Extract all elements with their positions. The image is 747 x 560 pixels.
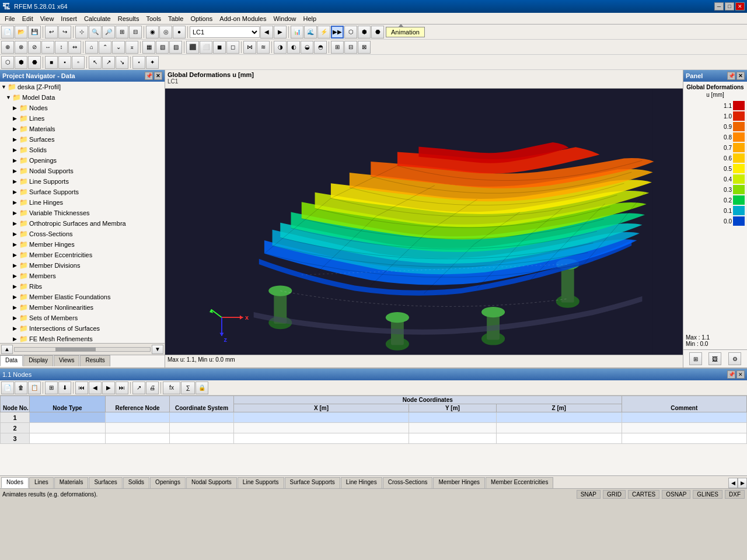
right-panel-pin[interactable]: 📌 (727, 72, 735, 80)
tab-line-supports[interactable]: Line Supports (238, 477, 284, 488)
tb-zoom-all[interactable]: ⊞ (116, 26, 128, 38)
status-grid[interactable]: GRID (603, 490, 626, 499)
tb3-5[interactable]: ▪ (58, 56, 71, 69)
tree-item-fe-mesh[interactable]: ▶ 📁 FE Mesh Refinements (0, 334, 165, 343)
bt-fx[interactable]: fx (163, 382, 180, 394)
tb2-23[interactable]: ◓ (314, 41, 327, 54)
expand-fe-mesh[interactable]: ▶ (13, 336, 19, 342)
bt-copy[interactable]: 📋 (28, 382, 41, 394)
tb-zoom-out[interactable]: 🔎 (102, 26, 115, 38)
left-panel-scroll-down[interactable]: ▼ (152, 345, 163, 354)
tb3-7[interactable]: ↖ (89, 56, 102, 69)
tb2-17[interactable]: ◻ (226, 41, 239, 54)
tb-undo[interactable]: ↩ (45, 26, 58, 38)
tree-item-member-eccentricities[interactable]: ▶ 📁 Member Eccentricities (0, 250, 165, 260)
rp-btn-settings[interactable]: ⚙ (728, 352, 741, 365)
tb2-2[interactable]: ⊗ (15, 41, 27, 54)
menu-file[interactable]: File (1, 15, 19, 23)
tb3-6[interactable]: ▫ (72, 56, 85, 69)
menu-view[interactable]: View (37, 15, 58, 23)
tb-zoom-window[interactable]: ⊟ (129, 26, 142, 38)
tab-views[interactable]: Views (54, 355, 80, 366)
tab-line-hinges[interactable]: Line Hinges (341, 477, 382, 488)
tb2-20[interactable]: ◑ (274, 41, 287, 54)
tb2-6[interactable]: ⇔ (68, 41, 81, 54)
expand-line-supports[interactable]: ▶ (13, 178, 19, 184)
y-3[interactable] (409, 433, 497, 444)
tree-item-surface-supports[interactable]: ▶ 📁 Surface Supports (0, 187, 165, 197)
tb2-16[interactable]: ◼ (213, 41, 226, 54)
tree-item-lines[interactable]: ▶ 📁 Lines (0, 113, 165, 124)
tb2-18[interactable]: ⋈ (243, 41, 256, 54)
rp-btn-grid[interactable]: ⊞ (689, 352, 702, 365)
rp-btn-image[interactable]: 🖼 (708, 352, 721, 365)
right-panel-close[interactable]: ✕ (736, 72, 745, 80)
tree-item-intersections[interactable]: ▶ 📁 Intersections of Surfaces (0, 323, 165, 334)
tree-item-ortho[interactable]: ▶ 📁 Orthotropic Surfaces and Membra (0, 218, 165, 229)
status-osnap[interactable]: OSNAP (662, 490, 690, 499)
menu-help[interactable]: Help (300, 15, 320, 23)
status-snap[interactable]: SNAP (577, 490, 601, 499)
bt-next[interactable]: ▶ (102, 382, 115, 394)
tree-item-materials[interactable]: ▶ 📁 Materials (0, 124, 165, 134)
tb3-3[interactable]: ⬣ (28, 56, 41, 69)
tb2-8[interactable]: ⌃ (99, 41, 111, 54)
bt-new-row[interactable]: 📄 (1, 382, 14, 394)
ref-node-2[interactable] (106, 423, 170, 433)
status-cartes[interactable]: CARTES (628, 490, 659, 499)
node-type-3[interactable] (30, 433, 106, 444)
expand-variable-thick[interactable]: ▶ (13, 210, 19, 216)
tb2-26[interactable]: ⊠ (358, 41, 371, 54)
comment-2[interactable] (622, 423, 747, 433)
tab-nav-right[interactable]: ▶ (738, 478, 747, 488)
tree-item-member-hinges[interactable]: ▶ 📁 Member Hinges (0, 239, 165, 250)
tree-item-sets-members[interactable]: ▶ 📁 Sets of Members (0, 313, 165, 323)
tree-item-member-elastic[interactable]: ▶ 📁 Member Elastic Foundations (0, 292, 165, 302)
expand-openings[interactable]: ▶ (13, 158, 19, 163)
tree-item-cross-sections[interactable]: ▶ 📁 Cross-Sections (0, 229, 165, 239)
tree-item-nodal-supports[interactable]: ▶ 📁 Nodal Supports (0, 166, 165, 176)
expand-nodal-supports[interactable]: ▶ (13, 168, 19, 174)
bt-prev[interactable]: ◀ (89, 382, 102, 394)
tab-solids[interactable]: Solids (123, 477, 149, 488)
tb-results[interactable]: 📊 (291, 26, 303, 38)
tree-item-member-nonlin[interactable]: ▶ 📁 Member Nonlinearities (0, 302, 165, 313)
tb3-11[interactable]: ✦ (146, 56, 159, 69)
y-1[interactable] (409, 412, 497, 423)
expand-ortho[interactable]: ▶ (13, 220, 19, 226)
tab-nodal-supports[interactable]: Nodal Supports (186, 477, 237, 488)
left-panel-scroll-up[interactable]: ▲ (1, 345, 13, 354)
tb-more1[interactable]: ⬡ (344, 26, 357, 38)
tab-cross-sections[interactable]: Cross-Sections (383, 477, 433, 488)
bt-last[interactable]: ⏭ (116, 382, 128, 394)
close-btn[interactable]: ✕ (735, 2, 745, 10)
3d-viewport[interactable]: x z (165, 89, 683, 355)
ref-node-3[interactable] (106, 433, 170, 444)
tab-surfaces[interactable]: Surfaces (89, 477, 122, 488)
x-2[interactable] (234, 423, 409, 433)
menu-window[interactable]: Window (270, 15, 299, 23)
tab-lines[interactable]: Lines (29, 477, 54, 488)
tb3-8[interactable]: ↗ (102, 56, 115, 69)
tab-surface-supports[interactable]: Surface Supports (285, 477, 340, 488)
tb2-21[interactable]: ◐ (287, 41, 300, 54)
expand-model-data[interactable]: ▼ (6, 94, 12, 100)
tb2-19[interactable]: ≋ (257, 41, 270, 54)
tb-redo[interactable]: ↪ (58, 26, 71, 38)
tab-data[interactable]: Data (0, 355, 23, 366)
tree-item-members[interactable]: ▶ 📁 Members (0, 271, 165, 281)
bt-sum[interactable]: ∑ (181, 382, 195, 394)
tb2-7[interactable]: ⌂ (85, 41, 98, 54)
bottom-panel-pin[interactable]: 📌 (727, 370, 735, 379)
coord-sys-1[interactable] (170, 412, 234, 423)
menu-insert[interactable]: Insert (57, 15, 81, 23)
tb-wireframe[interactable]: ◎ (159, 26, 172, 38)
tb2-5[interactable]: ↕ (55, 41, 68, 54)
expand-root[interactable]: ▼ (1, 84, 7, 90)
menu-tools[interactable]: Tools (142, 15, 165, 23)
bt-export[interactable]: ↗ (132, 382, 145, 394)
tb-shaded[interactable]: ● (173, 26, 186, 38)
y-2[interactable] (409, 423, 497, 433)
expand-solids[interactable]: ▶ (13, 147, 19, 153)
comment-3[interactable] (622, 433, 747, 444)
